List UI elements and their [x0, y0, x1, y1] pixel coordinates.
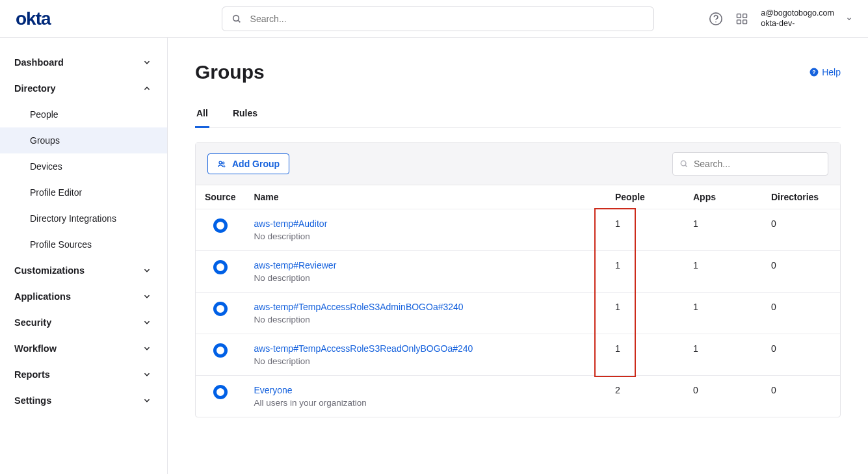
sidebar-section-workflow[interactable]: Workflow — [0, 336, 167, 362]
cell-apps: 1 — [684, 293, 762, 334]
global-search-input[interactable] — [250, 14, 646, 24]
cell-apps: 0 — [684, 376, 762, 417]
svg-line-1 — [238, 20, 240, 22]
tab-all[interactable]: All — [195, 103, 209, 128]
table-row: aws-temp#ReviewerNo description110 — [196, 251, 840, 293]
panel-toolbar: Add Group — [196, 143, 840, 185]
table-row: aws-temp#TempAccessRoleS3AdminBOGOa#3 24… — [196, 293, 840, 334]
svg-point-3 — [715, 21, 717, 22]
cell-apps: 1 — [684, 334, 762, 376]
svg-rect-5 — [743, 14, 747, 18]
sidebar-section-dashboard[interactable]: Dashboard — [0, 49, 167, 75]
chevron-down-icon — [142, 266, 151, 275]
cell-people: 2 — [606, 376, 684, 417]
cell-apps: 1 — [684, 251, 762, 293]
page-header: Groups ? Help — [195, 61, 841, 83]
global-search[interactable] — [222, 7, 654, 31]
chevron-down-icon[interactable] — [846, 12, 852, 26]
group-description: All users in your organization — [254, 398, 597, 408]
sidebar-item-profile-sources[interactable]: Profile Sources — [0, 231, 167, 257]
table-row: aws-temp#TempAccessRoleS3ReadOnlyBOGOa# … — [196, 334, 840, 376]
cell-source — [196, 251, 244, 293]
group-link[interactable]: aws-temp#TempAccessRoleS3ReadOnlyBOGOa# … — [254, 343, 597, 354]
cell-source — [196, 334, 244, 376]
sidebar-item-groups[interactable]: Groups — [0, 127, 167, 153]
cell-name: aws-temp#TempAccessRoleS3ReadOnlyBOGOa# … — [244, 334, 606, 376]
sidebar-section-label: Settings — [14, 395, 51, 406]
svg-text:?: ? — [813, 69, 816, 75]
okta-source-icon — [213, 343, 228, 358]
page-title: Groups — [195, 61, 265, 83]
col-apps: Apps — [684, 185, 762, 209]
cell-name: EveryoneAll users in your organization — [244, 376, 606, 417]
cell-directories: 0 — [762, 334, 840, 376]
chevron-down-icon — [142, 58, 151, 67]
svg-point-10 — [219, 161, 222, 164]
groups-panel: Add Group Source Name People — [195, 142, 841, 417]
group-description: No description — [254, 356, 597, 366]
svg-line-15 — [685, 165, 687, 167]
sidebar-section-customizations[interactable]: Customizations — [0, 257, 167, 283]
group-link[interactable]: Everyone — [254, 385, 597, 395]
table-row: EveryoneAll users in your organization20… — [196, 376, 840, 417]
sidebar-section-label: Reports — [14, 369, 50, 380]
top-right: a@bogotobogo.com okta-dev- — [709, 8, 852, 29]
apps-grid-icon[interactable] — [735, 12, 749, 26]
sidebar: DashboardDirectoryPeopleGroupsDevicesPro… — [0, 38, 168, 474]
tabs: AllRules — [195, 103, 841, 128]
group-description: No description — [254, 273, 597, 283]
group-link[interactable]: aws-temp#TempAccessRoleS3AdminBOGOa#3 24… — [254, 302, 597, 312]
sidebar-item-directory-integrations[interactable]: Directory Integrations — [0, 205, 167, 231]
col-directories: Directories — [762, 185, 840, 209]
sidebar-item-people[interactable]: People — [0, 101, 167, 127]
svg-rect-4 — [737, 14, 741, 18]
sidebar-section-label: Customizations — [14, 265, 85, 276]
col-people: People — [606, 185, 684, 209]
col-name: Name — [244, 185, 606, 209]
table-search-input[interactable] — [694, 159, 821, 169]
cell-source — [196, 376, 244, 417]
col-source: Source — [196, 185, 244, 209]
help-link[interactable]: ? Help — [809, 67, 841, 77]
chevron-up-icon — [142, 84, 151, 93]
search-icon — [679, 159, 689, 168]
chevron-down-icon — [142, 318, 151, 327]
sidebar-section-settings[interactable]: Settings — [0, 388, 167, 414]
chevron-down-icon — [142, 344, 151, 353]
cell-people: 1 — [606, 293, 684, 334]
sidebar-section-applications[interactable]: Applications — [0, 283, 167, 309]
cell-source — [196, 293, 244, 334]
add-group-button[interactable]: Add Group — [207, 153, 289, 174]
table-wrap: Source Name People Apps Directories aws-… — [196, 185, 840, 417]
group-description: No description — [254, 231, 597, 241]
sidebar-section-security[interactable]: Security — [0, 309, 167, 336]
help-icon[interactable] — [709, 12, 723, 26]
account-menu[interactable]: a@bogotobogo.com okta-dev- — [761, 8, 834, 29]
cell-people: 1 — [606, 251, 684, 293]
brand-logo[interactable]: okta — [16, 8, 51, 29]
cell-directories: 0 — [762, 209, 840, 251]
cell-name: aws-temp#AuditorNo description — [244, 209, 606, 251]
account-email: a@bogotobogo.com — [761, 8, 834, 19]
help-label: Help — [822, 67, 841, 77]
sidebar-section-label: Applications — [14, 291, 71, 302]
sidebar-item-profile-editor[interactable]: Profile Editor — [0, 179, 167, 205]
add-group-label: Add Group — [232, 159, 280, 169]
table-search[interactable] — [672, 152, 828, 176]
group-link[interactable]: aws-temp#Auditor — [254, 218, 597, 229]
add-group-icon — [217, 159, 227, 169]
top-bar: okta a@bogotobogo.com okta-dev- — [0, 0, 868, 38]
group-link[interactable]: aws-temp#Reviewer — [254, 260, 597, 270]
chevron-down-icon — [142, 396, 151, 405]
sidebar-section-reports[interactable]: Reports — [0, 362, 167, 388]
main-content: Groups ? Help AllRules Add Group — [168, 38, 868, 474]
sidebar-item-devices[interactable]: Devices — [0, 153, 167, 179]
okta-source-icon — [213, 218, 228, 233]
cell-directories: 0 — [762, 376, 840, 417]
tab-rules[interactable]: Rules — [231, 103, 259, 128]
sidebar-section-label: Directory — [14, 83, 56, 94]
sidebar-section-directory[interactable]: Directory — [0, 75, 167, 101]
layout: DashboardDirectoryPeopleGroupsDevicesPro… — [0, 38, 868, 474]
help-circle-icon: ? — [809, 68, 819, 77]
cell-name: aws-temp#ReviewerNo description — [244, 251, 606, 293]
